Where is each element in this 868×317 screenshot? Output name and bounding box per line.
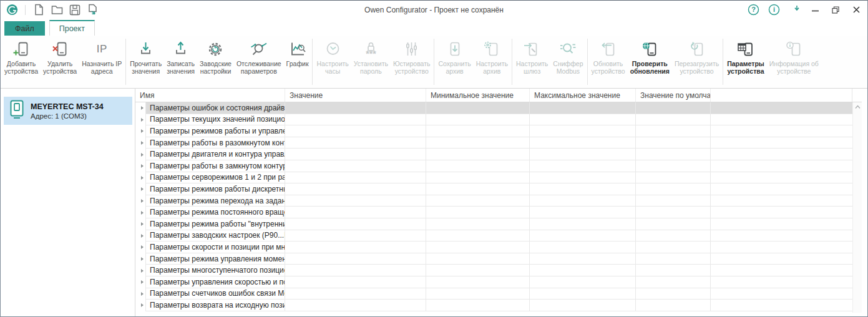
row-expander[interactable] [135, 265, 145, 276]
expand-arrow-icon [141, 234, 144, 238]
table-row[interactable]: Параметры двигателя и контура управл... [135, 149, 852, 160]
info-button[interactable]: i [768, 4, 780, 16]
restore-button[interactable] [829, 4, 842, 16]
cell [530, 149, 636, 160]
table-row[interactable]: Параметры заводских настроек (P90...P95) [135, 230, 852, 242]
cell [636, 137, 711, 149]
cell [285, 149, 426, 160]
expand-arrow-icon [141, 257, 144, 261]
cell [285, 265, 426, 276]
table-row[interactable]: Параметры возврата на исходную пози... [135, 300, 852, 311]
row-expander[interactable] [135, 195, 145, 207]
ribbon-button-assign-ip[interactable]: IP Назначить IPадреса [79, 37, 124, 87]
table-row[interactable]: Параметры режима управления момент... [135, 253, 852, 265]
close-button[interactable] [850, 4, 862, 16]
cell [426, 241, 530, 253]
cell [426, 149, 530, 160]
row-expander[interactable] [135, 230, 145, 242]
ribbon-button-factory-settings[interactable]: Заводскиенастройки [197, 37, 234, 87]
save-project-icon[interactable] [69, 4, 81, 16]
cell [636, 114, 711, 126]
table-row[interactable]: Параметры режима работы "внутренни... [135, 218, 852, 230]
row-expander[interactable] [135, 149, 145, 160]
save-project-as-icon[interactable] [87, 4, 99, 16]
ribbon-button-read-values[interactable]: Прочитатьзначения [127, 37, 164, 87]
column-header-min[interactable]: Минимальное значение [426, 89, 530, 102]
row-expander[interactable] [135, 125, 145, 137]
ribbon-button-reboot-device: Перезагрузитьустройство [672, 37, 721, 87]
cell [426, 183, 530, 195]
column-header-max[interactable]: Максимальное значение [530, 89, 636, 102]
row-expander[interactable] [135, 183, 145, 195]
column-header-value[interactable]: Значение [285, 89, 426, 102]
table-row[interactable]: Параметры работы в разомкнутом конт... [135, 137, 852, 149]
ribbon-button-chart[interactable]: График [284, 37, 311, 87]
ribbon-button-set-clock: Настроитьчасы [314, 37, 351, 87]
row-expander[interactable] [135, 253, 145, 265]
row-expander[interactable] [135, 218, 145, 230]
table-row[interactable]: Параметры текущих значений позицио... [135, 114, 852, 126]
title-bar: Owen Configurator - Проект не сохранён ?… [1, 1, 867, 19]
tab-file[interactable]: Файл [4, 21, 45, 36]
open-project-icon[interactable] [51, 4, 63, 16]
cell [285, 137, 426, 149]
cell [285, 125, 426, 137]
table-row[interactable]: Параметры режимов работы дискретны... [135, 183, 852, 195]
cell [285, 183, 426, 195]
row-expander[interactable] [135, 114, 145, 126]
row-expander[interactable] [135, 172, 145, 184]
new-project-icon[interactable] [32, 4, 45, 16]
help-button[interactable]: ? [747, 4, 759, 16]
table-row[interactable]: Параметры серворежимов 1 и 2 при раб... [135, 172, 852, 184]
ribbon-button-write-values[interactable]: Записатьзначения [164, 37, 197, 87]
column-header-name[interactable]: Имя [135, 89, 285, 102]
row-name: Параметры заводских настроек (P90...P95) [145, 230, 285, 242]
cell [426, 160, 530, 172]
cell [711, 149, 852, 160]
cell [426, 125, 530, 137]
table-row[interactable]: Параметры счетчиков ошибок связи Mo... [135, 288, 852, 300]
table-rows: Параметры ошибок и состояния драйве... П… [135, 102, 852, 311]
ribbon-button-remove-devices[interactable]: Удалитьустройства [41, 37, 79, 87]
check-app-updates-button[interactable] [788, 4, 801, 16]
table-row[interactable]: Параметры режимов работы и управле... [135, 125, 852, 137]
main-content: MEYERTEC MST-34 Адрес: 1 (COM3) Имя Знач… [1, 89, 867, 316]
table-row[interactable]: Параметры режима постоянного враще... [135, 207, 852, 218]
remove-device-icon [52, 39, 69, 59]
device-list-item[interactable]: MEYERTEC MST-34 Адрес: 1 (COM3) [4, 97, 132, 125]
svg-text:i: i [773, 6, 774, 13]
ribbon-button-add-devices[interactable]: Добавитьустройства [2, 37, 41, 87]
row-expander[interactable] [135, 160, 145, 172]
cell [711, 172, 852, 184]
cell [426, 218, 530, 230]
table-row[interactable]: Параметры работы в замкнутом контур... [135, 160, 852, 172]
table-row[interactable]: Параметры ошибок и состояния драйве... [135, 102, 852, 114]
table-row[interactable]: Параметры скорости и позиции при мн... [135, 241, 852, 253]
ribbon-button-watch-parameters[interactable]: Отслеживаниепараметров [234, 37, 284, 87]
table-row[interactable]: Параметры управления скоростью и по... [135, 276, 852, 288]
gear-reset-icon [207, 39, 224, 59]
row-expander[interactable] [135, 102, 145, 114]
row-expander[interactable] [135, 137, 145, 149]
ribbon-button-device-parameters[interactable]: Параметрыустройства [724, 37, 767, 87]
vertical-scrollbar[interactable] [852, 102, 862, 313]
table-row[interactable]: Параметры многоступенчатого позицио... [135, 265, 852, 276]
row-expander[interactable] [135, 207, 145, 218]
gateway-icon [524, 39, 540, 59]
minimize-button[interactable] [809, 4, 821, 16]
row-expander[interactable] [135, 300, 145, 311]
row-expander[interactable] [135, 241, 145, 253]
row-name: Параметры возврата на исходную пози... [145, 300, 285, 311]
row-expander[interactable] [135, 276, 145, 288]
column-header-default[interactable]: Значение по умолчанию [636, 89, 711, 102]
ribbon-button-set-password: *** Установитьпароль [351, 37, 391, 87]
row-expander[interactable] [135, 288, 145, 300]
tab-project[interactable]: Проект [49, 20, 95, 36]
column-header-filler [711, 89, 852, 102]
cell [426, 207, 530, 218]
ribbon-button-check-updates[interactable]: Проверитьобновления [628, 37, 672, 87]
table-row[interactable]: Параметры режима перехода на заданн... [135, 195, 852, 207]
cell [636, 102, 711, 114]
cell [426, 172, 530, 184]
cell [711, 276, 852, 288]
